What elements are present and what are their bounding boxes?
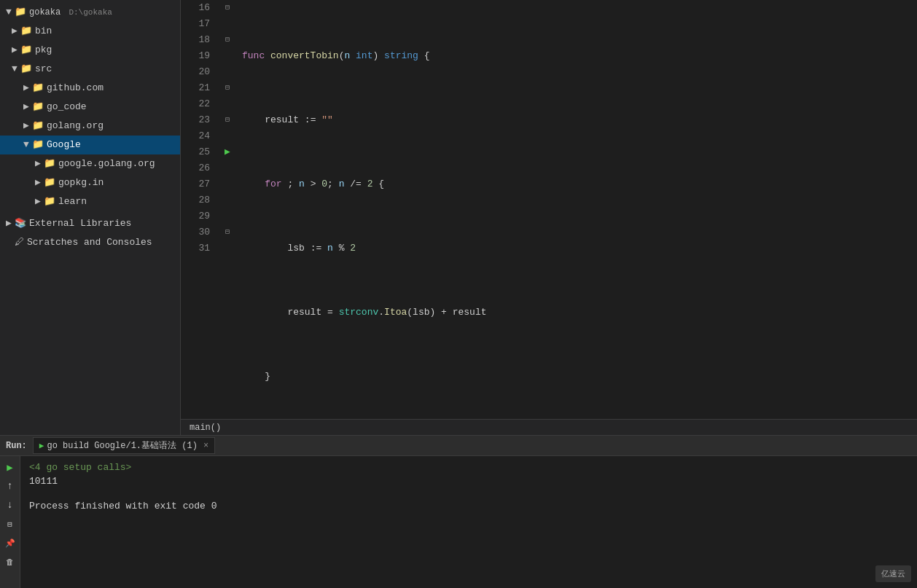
root-label: gokaka D:\gokaka — [29, 4, 112, 20]
tab-close-button[interactable]: × — [203, 441, 208, 451]
run-wrap-button[interactable]: ⊟ — [2, 516, 18, 532]
code-line-17: result := "" — [242, 112, 917, 128]
run-up-button[interactable]: ↑ — [2, 478, 18, 494]
editor-area: 16 17 18 19 20 21 22 23 24 25 26 27 28 2… — [181, 0, 917, 435]
sidebar-item-learn[interactable]: ▶ 📁 learn — [0, 192, 180, 211]
code-area[interactable]: func convertTobin(n int) string { result… — [236, 0, 917, 419]
gutter-23: ⊟ — [225, 112, 230, 128]
code-line-19: lsb := n % 2 — [242, 240, 917, 256]
exit-output-line: Process finished with exit code 0 — [29, 501, 908, 511]
sidebar-item-label: google.golang.org — [58, 156, 155, 172]
sidebar-item-gocode[interactable]: ▶ 📁 go_code — [0, 98, 180, 117]
sidebar-item-googlegolangorg[interactable]: ▶ 📁 google.golang.org — [0, 154, 180, 173]
sidebar-item-src[interactable]: ▼ 📁 src — [0, 60, 180, 79]
run-pin-button[interactable]: 📌 — [2, 535, 18, 551]
run-clear-button[interactable]: 🗑 — [2, 554, 18, 570]
run-output: <4 go setup calls> 10111 Process finishe… — [20, 456, 917, 588]
arrow-icon: ▶ — [32, 156, 44, 172]
folder-icon: 📁 — [20, 23, 32, 39]
arrow-icon: ▶ — [32, 175, 44, 191]
gutter-16: ⊟ — [225, 0, 230, 16]
code-line-16: func convertTobin(n int) string { — [242, 48, 917, 64]
gutter-30: ⊟ — [225, 224, 230, 240]
tab-run-icon: ▶ — [39, 441, 44, 450]
sidebar-item-label: golang.org — [47, 118, 104, 134]
arrow-icon: ▶ — [20, 99, 32, 115]
setup-output-line: <4 go setup calls> — [29, 462, 908, 473]
gutter-col: ⊟ ⊟ ⊟ ⊟ ▶ ⊟ — [219, 0, 236, 419]
sidebar: ▼ 📁 gokaka D:\gokaka ▶ 📁 bin ▶ 📁 pkg ▼ 📁… — [0, 0, 181, 435]
run-play-button[interactable]: ▶ — [2, 459, 18, 475]
code-line-18: for ; n > 0; n /= 2 { — [242, 176, 917, 192]
run-label: Run: — [6, 441, 27, 451]
sidebar-item-label: bin — [35, 23, 52, 39]
sidebar-item-label: Google — [47, 137, 81, 153]
sidebar-item-label: pkg — [35, 42, 52, 58]
arrow-icon: ▶ — [9, 23, 20, 39]
watermark-text: 亿速云 — [881, 570, 905, 579]
run-header: Run: ▶ go build Google/1.基础语法 (1) × — [0, 436, 917, 456]
folder-open-icon: 📁 — [20, 61, 32, 77]
watermark: 亿速云 — [875, 565, 911, 582]
folder-icon: 📁 — [44, 194, 55, 210]
run-tab-label: go build Google/1.基础语法 (1) — [47, 439, 197, 452]
sidebar-item-google[interactable]: ▼ 📁 Google — [0, 136, 180, 154]
run-sidebar: ▶ ↑ ↓ ⊟ 📌 🗑 — [0, 456, 20, 588]
arrow-icon: ▶ — [20, 80, 32, 96]
arrow-icon: ▼ — [3, 4, 15, 20]
sidebar-item-root[interactable]: ▼ 📁 gokaka D:\gokaka — [0, 3, 180, 22]
folder-icon: 📁 — [32, 80, 44, 96]
folder-open-icon: 📁 — [32, 137, 44, 153]
folder-icon: 📁 — [32, 99, 44, 115]
lines-wrapper: 16 17 18 19 20 21 22 23 24 25 26 27 28 2… — [181, 0, 917, 419]
blank-line — [29, 490, 908, 501]
sidebar-item-label: src — [35, 61, 52, 77]
arrow-icon: ▼ — [9, 61, 20, 77]
sidebar-item-label: learn — [58, 194, 87, 210]
run-arrow-icon[interactable]: ▶ — [225, 144, 230, 160]
breadcrumb-text: main() — [190, 423, 221, 433]
arrow-icon: ▶ — [32, 194, 44, 210]
editor-content[interactable]: 16 17 18 19 20 21 22 23 24 25 26 27 28 2… — [181, 0, 917, 419]
gutter-18: ⊟ — [225, 32, 230, 48]
arrow-icon: ▶ — [20, 118, 32, 134]
sidebar-item-label: go_code — [47, 99, 87, 115]
sidebar-item-pkg[interactable]: ▶ 📁 pkg — [0, 41, 180, 60]
result-output-line: 10111 — [29, 476, 908, 487]
code-line-21: } — [242, 369, 917, 385]
folder-open-icon: 📁 — [15, 4, 26, 20]
line-numbers: 16 17 18 19 20 21 22 23 24 25 26 27 28 2… — [181, 0, 219, 419]
main-area: ▼ 📁 gokaka D:\gokaka ▶ 📁 bin ▶ 📁 pkg ▼ 📁… — [0, 0, 917, 435]
arrow-icon: ▼ — [20, 137, 32, 153]
sidebar-item-golangorg[interactable]: ▶ 📁 golang.org — [0, 117, 180, 136]
sidebar-item-label: gopkg.in — [58, 175, 104, 191]
folder-icon: 📁 — [32, 118, 44, 134]
run-tab[interactable]: ▶ go build Google/1.基础语法 (1) × — [33, 437, 215, 454]
sidebar-item-bin[interactable]: ▶ 📁 bin — [0, 22, 180, 41]
sidebar-item-label: Scratches and Consoles — [27, 235, 152, 251]
library-icon: 📚 — [15, 216, 26, 232]
code-line-20: result = strconv.Itoa(lsb) + result — [242, 305, 917, 321]
folder-icon: 📁 — [44, 175, 55, 191]
sidebar-item-label: External Libraries — [29, 216, 131, 232]
sidebar-item-external-libraries[interactable]: ▶ 📚 External Libraries — [0, 214, 180, 233]
scratches-icon: 🖊 — [15, 235, 24, 251]
run-panel: Run: ▶ go build Google/1.基础语法 (1) × ▶ ↑ … — [0, 435, 917, 588]
sidebar-item-gopkg[interactable]: ▶ 📁 gopkg.in — [0, 173, 180, 192]
folder-icon: 📁 — [44, 156, 55, 172]
breadcrumb: main() — [181, 419, 917, 435]
run-content: ▶ ↑ ↓ ⊟ 📌 🗑 <4 go setup calls> 10111 Pro… — [0, 456, 917, 588]
arrow-icon: ▶ — [3, 216, 15, 232]
gutter-21: ⊟ — [225, 80, 230, 96]
arrow-icon: ▶ — [9, 42, 20, 58]
sidebar-item-github[interactable]: ▶ 📁 github.com — [0, 79, 180, 98]
folder-icon: 📁 — [20, 42, 32, 58]
sidebar-item-label: github.com — [47, 80, 104, 96]
run-down-button[interactable]: ↓ — [2, 497, 18, 513]
sidebar-item-scratches[interactable]: 🖊 Scratches and Consoles — [0, 233, 180, 252]
